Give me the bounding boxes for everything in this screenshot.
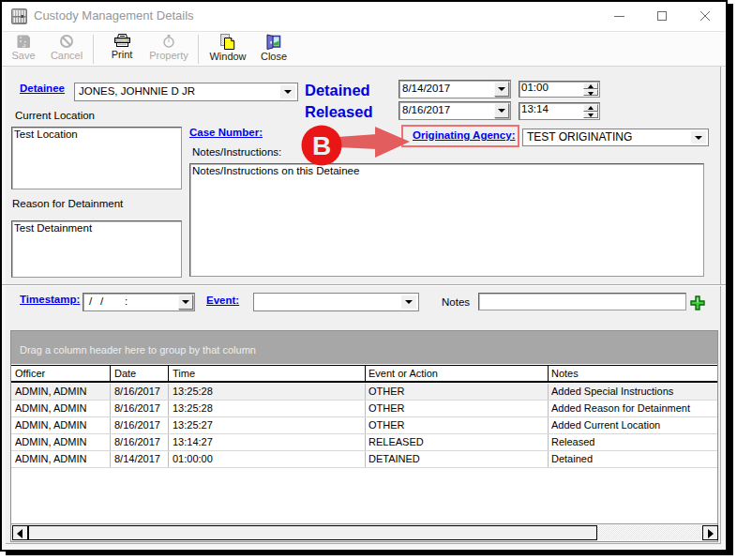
svg-text:B: B [312, 131, 331, 160]
